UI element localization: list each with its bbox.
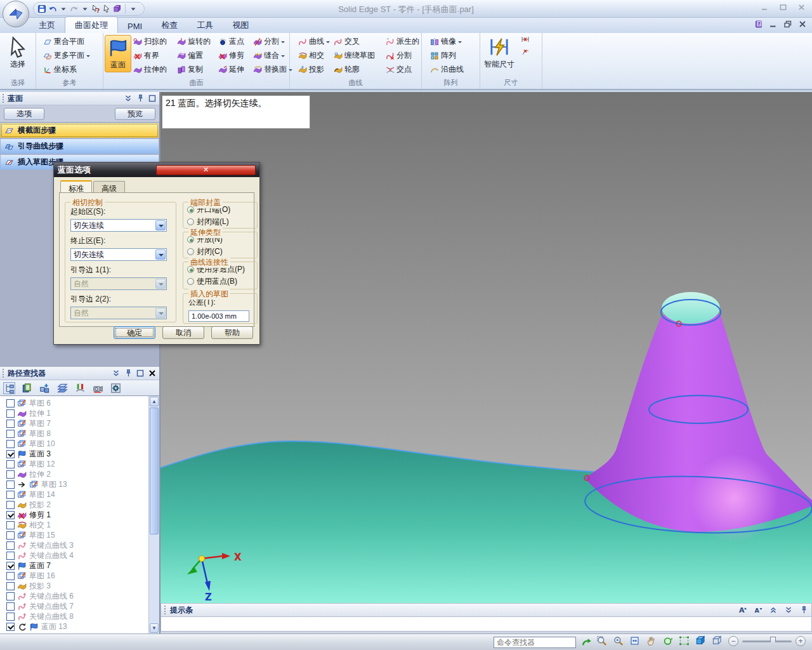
pathfinder-item[interactable]: 蓝面 7 [0,560,148,571]
bluesurf-button[interactable]: 蓝面 [105,35,131,72]
prompt-bar-header[interactable]: 提示条 AA [160,603,812,617]
pathfinder-item[interactable]: 拉伸 2 [0,469,148,479]
pathfinder-item[interactable]: 关键点曲线 6 [0,591,148,601]
scroll-thumb[interactable] [150,408,159,534]
bluesurf-step[interactable]: 横截面步骤 [1,123,159,138]
chevdown-icon[interactable] [784,606,793,614]
restore-icon[interactable] [783,20,792,29]
ribbon-button[interactable]: 替换面 [251,63,294,76]
pathfinder-item[interactable]: 草图 16 [0,571,148,581]
pf-camera-icon[interactable] [93,383,103,394]
close-icon[interactable]: ✕ [156,165,256,175]
pathfinder-item[interactable]: 关键点曲线 8 [0,611,148,621]
pathfinder-item[interactable]: 草图 15 [0,530,148,540]
feature-checkbox[interactable] [6,409,15,418]
fontup-icon[interactable]: A [738,606,747,614]
pathfinder-item[interactable]: 修剪 1 [0,510,148,520]
ribbon-button[interactable]: 蓝点 [216,35,246,48]
ribbon-button[interactable]: 分割 [384,49,421,62]
ribbon-button[interactable]: 旋转的 [175,35,213,48]
ribbon-button[interactable]: 缠绕草图 [332,49,377,62]
ribbon-button[interactable]: 曲线 [296,35,332,48]
pathfinder-item[interactable]: 草图 7 [0,418,148,428]
pin-icon[interactable] [136,94,145,103]
pathfinder-item[interactable]: 相交 1 [0,520,148,530]
dropdown[interactable]: 切矢连续 [70,219,167,232]
fontdown-icon[interactable]: A [754,606,763,614]
collapse-icon[interactable] [769,606,778,614]
ribbon-button[interactable]: 复制 [175,63,213,76]
select-button[interactable]: 选择 [5,35,30,71]
ribbon-button[interactable]: 阵列 [428,49,466,62]
dropdown[interactable]: 切矢连续 [70,248,167,261]
radio-option[interactable]: 使用蓝点(B) [187,276,257,287]
ribbon-tab[interactable]: 主页 [29,17,65,33]
pf-gear-icon[interactable] [110,383,121,394]
feature-checkbox[interactable] [6,501,15,509]
pathfinder-item[interactable]: 草图 14 [0,489,148,500]
chevron-down-icon[interactable] [155,220,166,230]
pf-flag-icon[interactable] [75,383,86,394]
select-box-icon[interactable] [679,635,690,646]
close-icon[interactable] [798,20,807,29]
drag-grip[interactable] [164,606,167,614]
pf-layers-icon[interactable] [57,383,68,394]
ribbon-button[interactable]: 更多平面 [41,49,92,62]
ribbon-button[interactable]: 有界 [131,49,169,62]
ribbon-button[interactable]: 延伸 [216,63,246,76]
ribbon-tab[interactable]: 视图 [223,17,258,33]
feature-checkbox[interactable] [6,460,15,468]
ribbon-button[interactable]: 扫掠的 [131,35,169,48]
ribbon-button[interactable]: 派生的 [384,35,421,48]
chevron-down-icon[interactable] [155,279,166,289]
pathfinder-item[interactable]: 投影 3 [0,581,148,591]
zoom-slider-handle[interactable] [770,637,776,645]
ribbon-tab[interactable]: 工具 [187,17,223,33]
zoom-slider[interactable] [742,640,792,642]
feature-checkbox[interactable] [6,511,15,519]
ribbon-button[interactable]: 沿曲线 [428,63,466,76]
close-icon[interactable] [797,3,806,11]
feature-checkbox[interactable] [6,572,15,580]
minimize-icon[interactable] [769,20,778,29]
pathfinder-item[interactable]: 蓝面 3 [0,449,148,459]
feature-checkbox[interactable] [6,420,15,428]
pf-tree-icon[interactable] [4,383,15,394]
pathfinder-item[interactable]: 投影 2 [0,500,148,510]
pathfinder-panel-header[interactable]: 路径查找器 [0,367,159,380]
feature-checkbox[interactable] [6,552,15,560]
scroll-up-button[interactable]: ▲ [150,397,159,406]
preview-button[interactable]: 预览 [115,108,155,120]
feature-checkbox[interactable] [6,562,15,570]
feature-checkbox[interactable] [6,481,15,489]
pan-icon[interactable] [646,635,657,646]
cyan-dome-cap[interactable] [662,292,720,324]
ribbon-tab[interactable]: PMI [118,19,152,33]
dim1-icon[interactable] [521,35,530,44]
zoom-area-icon[interactable] [596,635,607,646]
chevron-down-icon[interactable] [155,249,166,260]
zoom-in-button[interactable]: + [796,636,806,646]
pathfinder-item[interactable]: 关键点曲线 3 [0,540,148,550]
helpbook-icon[interactable]: ? [754,20,763,29]
fit-icon[interactable] [629,635,640,646]
ribbon-button[interactable]: 镜像 [428,35,466,48]
application-button[interactable] [3,1,29,27]
pf-add-icon[interactable] [39,383,50,394]
pin-icon[interactable] [124,369,133,378]
minimize-icon[interactable] [761,3,769,11]
zoom-icon[interactable] [613,635,624,646]
dialog-button[interactable]: 确定 [114,326,155,339]
ribbon-tab[interactable]: 曲面处理 [65,17,118,33]
ribbon-button[interactable]: 轮廓 [332,63,377,76]
chevdown-icon[interactable] [124,94,133,103]
ribbon-tab[interactable]: 检查 [152,17,187,33]
ribbon-button[interactable]: 交叉 [332,35,377,48]
feature-checkbox[interactable] [6,531,15,540]
pathfinder-item[interactable]: 草图 6 [0,398,148,408]
ribbon-button[interactable]: 修剪 [216,49,246,62]
feature-checkbox[interactable] [6,440,15,448]
pin-icon[interactable] [799,606,808,614]
dim2-icon[interactable] [521,48,530,56]
pathfinder-item[interactable]: 草图 13 [0,479,148,489]
